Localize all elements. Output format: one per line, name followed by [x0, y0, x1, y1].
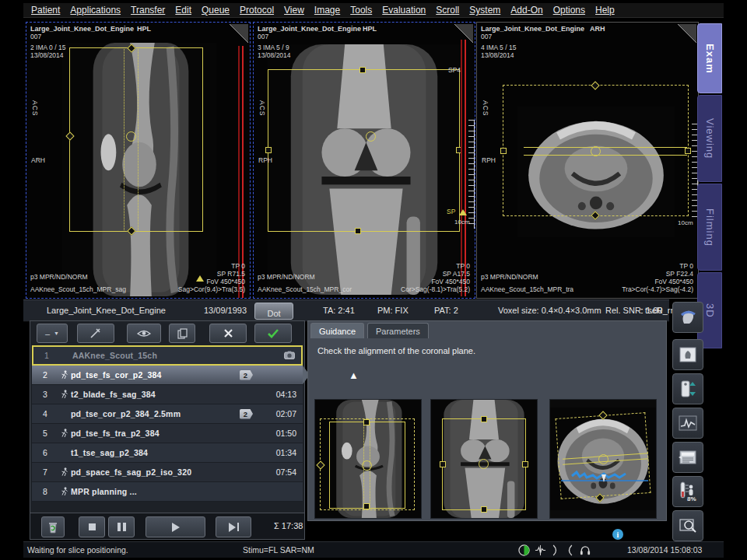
viewport-sagittal[interactable]: Large_Joint_Knee_Dot_Engine HPL 007 2 IM…	[26, 22, 251, 299]
exam-queue-panel: –▼ 1	[30, 320, 305, 513]
image-view-area: Large_Joint_Knee_Dot_Engine HPL 007 2 IM…	[23, 19, 724, 300]
slice-box-overlay[interactable]	[268, 69, 460, 232]
resize-handle	[363, 503, 370, 509]
tab-parameters[interactable]: Parameters	[367, 323, 429, 338]
protocol-info-bar: Large_Joint_Knee_Dot_Engine 13/09/1993 D…	[23, 299, 669, 322]
trash-icon	[47, 521, 58, 534]
row-number: 8	[32, 487, 58, 496]
tab-parameters-label: Parameters	[376, 327, 420, 336]
tab-exam[interactable]: Exam	[697, 23, 722, 93]
viewport-coronal[interactable]: SP 10cm SP4 Large_Joint_Knee_Dot_Engine …	[253, 22, 475, 299]
info-icon[interactable]: i	[612, 529, 623, 540]
resize-handle[interactable]	[359, 67, 366, 73]
row-number: 3	[32, 390, 58, 399]
sar-level-tool-button[interactable]: 8%	[672, 476, 703, 507]
menu-addon[interactable]: Add-On	[510, 5, 542, 16]
guidance-thumb-coronal[interactable]	[430, 399, 538, 519]
queue-row-7[interactable]: 7 pd_space_fs_sag_p2_iso_320 07:54	[32, 463, 303, 482]
guidance-thumb-axial[interactable]	[549, 399, 657, 519]
menu-evaluation[interactable]: Evaluation	[382, 5, 426, 16]
menu-image[interactable]: Image	[314, 5, 340, 16]
dot-button[interactable]: Dot	[254, 303, 293, 320]
queue-row-3[interactable]: 3 t2_blade_fs_sag_384 04:13	[32, 385, 303, 404]
vp-series-no: 007	[258, 33, 268, 40]
tab-3d-label: 3D	[704, 303, 716, 318]
zoom-tool-button[interactable]	[672, 510, 703, 541]
queue-row-8[interactable]: 8 MPR planning ...	[32, 482, 303, 502]
slice-box-overlay[interactable]	[69, 47, 203, 232]
vp-proc: p3 MPR/ND/NORM	[30, 273, 88, 281]
queue-toolbar: –▼	[30, 321, 304, 345]
corner-fold-icon[interactable]	[454, 24, 473, 43]
row-number: 6	[32, 448, 58, 457]
physio-chart-tool-button[interactable]	[672, 408, 703, 439]
menu-scroll[interactable]: Scroll	[436, 5, 459, 16]
sequence-time: 01:34	[264, 448, 303, 457]
menu-help[interactable]: Help	[595, 5, 615, 16]
stop-button[interactable]	[79, 516, 105, 537]
center-handle[interactable]	[126, 131, 136, 142]
pat-badge: 2	[240, 409, 253, 419]
exam-form-tool-button[interactable]	[672, 442, 703, 473]
resize-handle[interactable]	[265, 147, 272, 153]
menu-edit[interactable]: Edit	[175, 5, 191, 16]
tab-guidance[interactable]: Guidance	[310, 323, 364, 338]
menu-view[interactable]: View	[284, 5, 304, 16]
view-protocol-button[interactable]	[127, 324, 161, 343]
menu-tools[interactable]: Tools	[350, 5, 372, 16]
queue-row-6[interactable]: 6 t1_tse_sag_p2_384 01:34	[32, 443, 303, 463]
cancel-button[interactable]	[209, 324, 247, 343]
sequence-name: pd_tse_cor_p2_384_2.5mm	[71, 409, 240, 418]
resize-handle[interactable]	[685, 148, 691, 154]
viewport-axial[interactable]: 10cm Large_Joint_Knee_Dot_Engine ARH 007…	[476, 22, 699, 299]
image-icon	[679, 346, 697, 363]
tab-filming-label: Filming	[704, 208, 716, 247]
vp-series-name: AAKnee_Scout_15ch_MPR_tra	[481, 285, 573, 293]
menu-options[interactable]: Options	[553, 5, 585, 16]
apply-button[interactable]	[254, 324, 292, 343]
vp-series-name: AAKnee_Scout_15ch_MPR_sag	[30, 285, 126, 293]
center-handle[interactable]	[366, 131, 376, 142]
resize-handle[interactable]	[500, 148, 507, 154]
queue-row-5[interactable]: 5 pd_tse_fs_tra_p2_384 01:50	[32, 424, 303, 443]
sequence-name: pd_tse_fs_tra_p2_384	[71, 429, 264, 438]
menu-protocol[interactable]: Protocol	[240, 5, 274, 16]
image-orientation-tool-button[interactable]	[672, 339, 703, 370]
corner-fold-icon[interactable]	[230, 24, 248, 43]
menu-patient[interactable]: Patient	[31, 5, 60, 16]
menu-transfer[interactable]: Transfer	[131, 5, 165, 16]
center-handle	[362, 460, 372, 471]
menu-queue[interactable]: Queue	[202, 5, 230, 16]
center-handle[interactable]	[591, 146, 601, 156]
patient-head-tool-button[interactable]	[672, 302, 703, 333]
table-position-tool-button[interactable]	[672, 373, 703, 404]
inject-edit-button[interactable]	[77, 324, 114, 343]
skip-button[interactable]	[216, 516, 251, 537]
layout-dropdown-button[interactable]: –▼	[37, 324, 68, 343]
menu-system[interactable]: System	[469, 5, 500, 16]
corner-fold-icon[interactable]	[678, 24, 696, 43]
vp-fov: FoV 450*450	[654, 278, 693, 285]
range-indicator	[242, 46, 244, 299]
queue-row-2[interactable]: 2 pd_tse_fs_cor_p2_384 2	[32, 366, 303, 385]
recycle-button[interactable]	[41, 516, 65, 537]
resize-handle[interactable]	[355, 228, 361, 234]
sequence-time: 04:13	[264, 390, 303, 399]
vp-date: 13/08/2014	[481, 51, 514, 59]
sequence-name: AAKnee_Scout_15ch	[72, 351, 284, 360]
start-button[interactable]	[146, 516, 205, 537]
queue-row-1[interactable]: 1 AAKnee_Scout_15ch	[32, 345, 303, 366]
vp-sp: SP F22.4	[666, 270, 693, 278]
play-icon	[172, 523, 180, 532]
copy-button[interactable]	[169, 324, 195, 343]
menu-applications[interactable]: Applications	[70, 5, 121, 16]
tab-viewing[interactable]: Viewing	[697, 95, 722, 182]
queue-row-4[interactable]: 4 pd_tse_cor_p2_384_2.5mm 2 02:07	[32, 404, 303, 424]
tab-filming[interactable]: Filming	[697, 184, 722, 271]
guidance-thumb-sagittal[interactable]	[314, 399, 422, 519]
copy-icon	[177, 328, 188, 339]
sequence-name: pd_tse_fs_cor_p2_384	[71, 370, 240, 380]
runner-icon	[58, 429, 71, 438]
resize-handle	[522, 461, 528, 467]
pause-button[interactable]	[108, 516, 135, 537]
